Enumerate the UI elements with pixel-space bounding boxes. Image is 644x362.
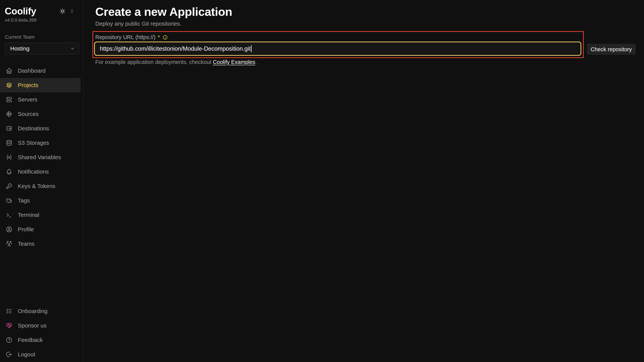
theme-toggle-sun-icon[interactable]	[59, 8, 66, 15]
check-repository-button[interactable]: Check repository	[587, 44, 636, 55]
sidebar-item-tags[interactable]: Tags	[0, 193, 83, 208]
sidebar-nav: DashboardProjectsServersSourcesDestinati…	[0, 64, 83, 251]
helper-text: For example application deployments, che…	[95, 59, 257, 65]
collapse-selector-icon[interactable]	[69, 9, 75, 14]
sidebar-item-label: Feedback	[18, 337, 43, 343]
sidebar-item-shared-variables[interactable]: Shared Variables	[0, 150, 83, 164]
sidebar-item-label: Logout	[18, 351, 35, 358]
sidebar-item-label: Servers	[18, 96, 37, 103]
home-icon	[6, 67, 12, 74]
sidebar-item-label: Terminal	[18, 212, 39, 218]
user-circle-icon	[6, 226, 12, 233]
repository-url-label: Repository URL (https://)	[95, 34, 156, 40]
sidebar-footer-nav: OnboardingSponsor usFeedbackLogout	[0, 304, 83, 361]
required-marker: *	[158, 34, 160, 40]
sidebar-item-label: Onboarding	[18, 308, 48, 314]
sidebar-item-label: Destinations	[18, 125, 49, 132]
sidebar-item-destinations[interactable]: Destinations	[0, 121, 83, 136]
users-icon	[6, 240, 12, 247]
sidebar-item-label: Dashboard	[18, 68, 46, 74]
sidebar-item-label: Teams	[18, 241, 34, 247]
heart-handshake-icon	[6, 322, 12, 329]
chevron-down-icon	[70, 46, 75, 51]
sidebar-item-logout[interactable]: Logout	[0, 347, 83, 361]
main-content: Create a new Application Deploy any publ…	[83, 0, 644, 362]
helper-prefix: For example application deployments, che…	[95, 59, 213, 65]
logout-icon	[6, 351, 12, 358]
repository-url-input-value: https://github.com/illicitestonion/Modul…	[100, 45, 250, 52]
sidebar: Coolify v4.0.0-beta.399 Current Team Hos…	[0, 0, 83, 362]
checklist-icon	[6, 308, 12, 315]
map-icon	[6, 125, 12, 132]
tag-icon	[6, 197, 12, 204]
sidebar-item-label: Tags	[18, 197, 30, 204]
variables-icon	[6, 154, 12, 161]
sidebar-item-label: Projects	[18, 82, 38, 88]
sidebar-item-dashboard[interactable]: Dashboard	[0, 64, 83, 78]
bell-icon	[6, 168, 12, 175]
repository-url-label-row: Repository URL (https://) *	[95, 34, 168, 40]
key-icon	[6, 183, 12, 190]
page-title: Create a new Application	[95, 5, 232, 19]
app-version: v4.0.0-beta.399	[0, 18, 83, 23]
sidebar-item-teams[interactable]: Teams	[0, 237, 83, 251]
sidebar-item-label: Sources	[18, 111, 39, 117]
sidebar-item-profile[interactable]: Profile	[0, 222, 83, 237]
repository-url-input[interactable]: https://github.com/illicitestonion/Modul…	[94, 42, 581, 56]
sidebar-item-label: S3 Storages	[18, 140, 49, 146]
header-icons	[59, 8, 75, 15]
sidebar-item-sponsor-us[interactable]: Sponsor us	[0, 318, 83, 333]
sidebar-item-label: Shared Variables	[18, 154, 61, 160]
team-select-dropdown[interactable]: Hosting	[5, 43, 79, 55]
text-cursor	[251, 45, 252, 52]
sidebar-item-sources[interactable]: Sources	[0, 107, 83, 121]
coolify-examples-link[interactable]: Coolify Examples	[213, 59, 255, 65]
sidebar-item-label: Sponsor us	[18, 322, 46, 329]
page-subtitle: Deploy any public Git repositories.	[95, 21, 182, 27]
sidebar-item-terminal[interactable]: Terminal	[0, 208, 83, 222]
git-icon	[6, 111, 12, 117]
sidebar-item-onboarding[interactable]: Onboarding	[0, 304, 83, 318]
sidebar-item-notifications[interactable]: Notifications	[0, 164, 83, 179]
sidebar-item-servers[interactable]: Servers	[0, 92, 83, 107]
info-circle-icon[interactable]	[162, 35, 168, 40]
help-circle-icon	[6, 336, 12, 343]
team-select-value: Hosting	[10, 45, 30, 52]
sidebar-item-feedback[interactable]: Feedback	[0, 333, 83, 347]
sidebar-item-s3-storages[interactable]: S3 Storages	[0, 136, 83, 150]
layers-icon	[6, 82, 12, 89]
database-icon	[6, 139, 12, 146]
brand-row: Coolify	[0, 0, 83, 17]
sidebar-item-label: Profile	[18, 226, 34, 233]
server-icon	[6, 96, 12, 103]
sidebar-item-projects[interactable]: Projects	[0, 78, 80, 92]
current-team-label: Current Team	[0, 34, 83, 40]
helper-suffix: .	[255, 59, 257, 65]
sidebar-item-label: Notifications	[18, 168, 49, 175]
sidebar-item-keys-tokens[interactable]: Keys & Tokens	[0, 179, 83, 193]
app-logo: Coolify	[5, 6, 36, 17]
sidebar-item-label: Keys & Tokens	[18, 183, 55, 189]
terminal-icon	[6, 212, 12, 218]
